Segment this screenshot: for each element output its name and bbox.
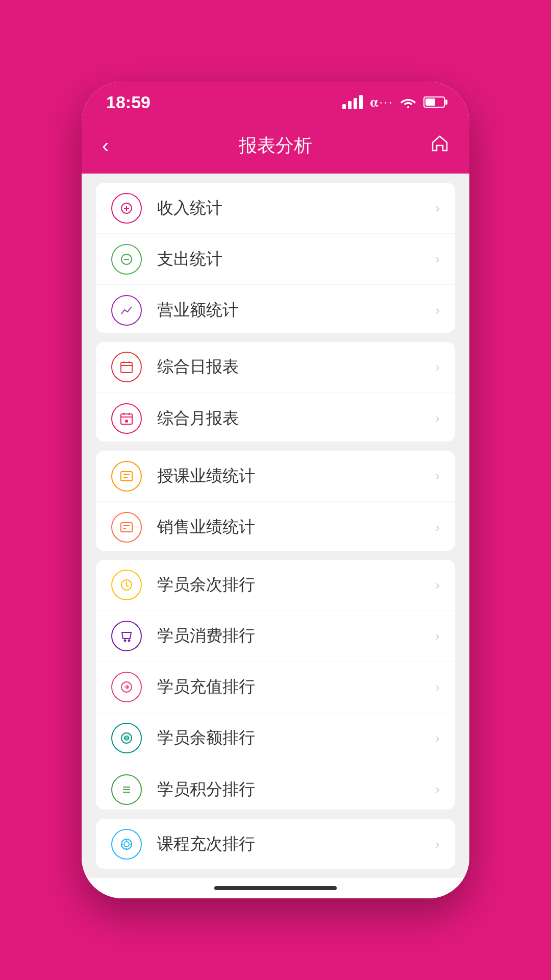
label-monthly: 综合月报表 xyxy=(157,407,435,430)
card-group3: 授课业绩统计›销售业绩统计› xyxy=(96,451,455,551)
icon-remaining xyxy=(111,570,142,600)
menu-item-revenue[interactable]: 营业额统计› xyxy=(96,285,455,333)
svg-rect-12 xyxy=(121,472,132,481)
menu-item-consume[interactable]: 学员消费排行› xyxy=(96,611,455,662)
chevron-points: › xyxy=(435,781,440,797)
icon-daily xyxy=(111,352,142,382)
menu-item-course-rank[interactable]: 课程充次排行› xyxy=(96,819,455,869)
back-button[interactable]: ‹ xyxy=(102,134,109,157)
svg-point-19 xyxy=(124,640,126,642)
icon-points xyxy=(111,774,142,805)
status-bar: 18:59 𝛂⋯ xyxy=(82,82,469,122)
svg-point-11 xyxy=(126,420,128,422)
menu-item-remaining[interactable]: 学员余次排行› xyxy=(96,560,455,611)
chevron-revenue: › xyxy=(435,303,440,318)
status-icons: 𝛂⋯ xyxy=(342,94,445,111)
label-points: 学员积分排行 xyxy=(157,778,435,801)
menu-item-recharge[interactable]: 学员充值排行› xyxy=(96,662,455,713)
svg-rect-3 xyxy=(121,362,132,373)
chevron-income: › xyxy=(435,200,440,216)
chevron-consume: › xyxy=(435,628,440,644)
label-consume: 学员消费排行 xyxy=(157,625,435,647)
icon-monthly xyxy=(111,403,142,434)
chevron-teaching: › xyxy=(435,468,440,484)
menu-item-daily[interactable]: 综合日报表› xyxy=(96,342,455,393)
icon-revenue xyxy=(111,295,142,326)
menu-item-income[interactable]: 收入统计› xyxy=(96,183,455,234)
icon-expense xyxy=(111,244,142,275)
home-bar xyxy=(214,886,337,890)
icon-sales xyxy=(111,512,142,543)
chevron-recharge: › xyxy=(435,679,440,695)
battery-icon xyxy=(423,96,445,108)
page-title: 报表分析 xyxy=(239,133,312,158)
label-balance: 学员余额排行 xyxy=(157,727,435,749)
chevron-sales: › xyxy=(435,520,440,535)
home-indicator xyxy=(82,878,469,898)
icon-recharge xyxy=(111,672,142,702)
chevron-daily: › xyxy=(435,359,440,375)
label-revenue: 营业额统计 xyxy=(157,299,435,322)
menu-item-points[interactable]: 学员积分排行› xyxy=(96,764,455,810)
icon-course-rank xyxy=(111,829,142,860)
header: ‹ 报表分析 xyxy=(82,122,469,174)
wifi-icon: 𝛂⋯ xyxy=(370,94,393,111)
svg-point-28 xyxy=(124,842,129,847)
card-group2: 综合日报表›综合月报表› xyxy=(96,342,455,442)
icon-balance xyxy=(111,723,142,753)
chevron-course-rank: › xyxy=(435,837,440,852)
icon-income xyxy=(111,193,142,224)
label-remaining: 学员余次排行 xyxy=(157,574,435,596)
svg-point-0 xyxy=(407,106,409,108)
svg-rect-15 xyxy=(121,523,132,532)
label-expense: 支出统计 xyxy=(157,248,435,271)
label-income: 收入统计 xyxy=(157,197,435,219)
icon-teaching xyxy=(111,461,142,492)
signal-icon xyxy=(342,95,363,109)
label-recharge: 学员充值排行 xyxy=(157,676,435,698)
icon-consume xyxy=(111,621,142,651)
menu-item-monthly[interactable]: 综合月报表› xyxy=(96,393,455,442)
chevron-monthly: › xyxy=(435,410,440,426)
menu-item-expense[interactable]: 支出统计› xyxy=(96,234,455,285)
svg-point-20 xyxy=(129,640,130,642)
menu-item-sales[interactable]: 销售业绩统计› xyxy=(96,502,455,551)
card-group5: 课程充次排行› xyxy=(96,819,455,869)
chevron-remaining: › xyxy=(435,577,440,593)
menu-item-balance[interactable]: 学员余额排行› xyxy=(96,713,455,764)
wifi-icon xyxy=(400,96,416,108)
card-group4: 学员余次排行›学员消费排行›学员充值排行›学员余额排行›学员积分排行› xyxy=(96,560,455,810)
status-time: 18:59 xyxy=(106,92,151,112)
phone-shell: 18:59 𝛂⋯ ‹ 报表分析 收入统计›支出统计›营业额统计›综 xyxy=(82,82,469,898)
chevron-balance: › xyxy=(435,730,440,746)
label-daily: 综合日报表 xyxy=(157,356,435,378)
menu-item-teaching[interactable]: 授课业绩统计› xyxy=(96,451,455,502)
label-course-rank: 课程充次排行 xyxy=(157,833,435,855)
content-area: 收入统计›支出统计›营业额统计›综合日报表›综合月报表›授课业绩统计›销售业绩统… xyxy=(82,174,469,878)
chevron-expense: › xyxy=(435,251,440,267)
home-button[interactable] xyxy=(431,134,449,157)
label-sales: 销售业绩统计 xyxy=(157,516,435,538)
card-group1: 收入统计›支出统计›营业额统计› xyxy=(96,183,455,333)
label-teaching: 授课业绩统计 xyxy=(157,465,435,487)
